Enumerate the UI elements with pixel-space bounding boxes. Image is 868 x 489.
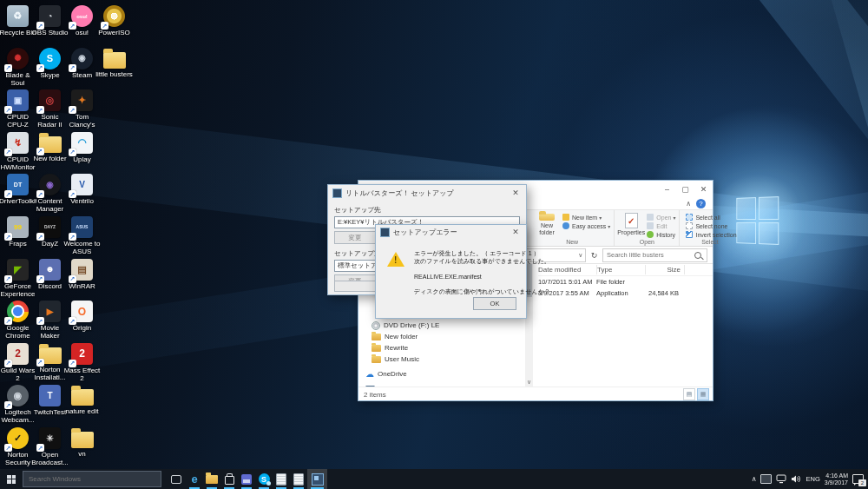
icon-glyph: 2 [15, 348, 21, 359]
column-type[interactable]: Type [597, 265, 646, 274]
desktop-icon-norton-security[interactable]: ✓↗Norton Security [2, 427, 34, 466]
taskbar-edge[interactable]: e [186, 469, 203, 489]
tray-overflow-icon[interactable]: ∧ [752, 475, 757, 483]
table-row[interactable]: 3/9/2017 3:55 AMApplication24,584 KB [538, 287, 713, 299]
desktop-icon-open-broadcast[interactable]: ✳↗Open Broadcast... [34, 427, 66, 466]
maximize-button[interactable]: ▢ [676, 182, 694, 196]
properties-button[interactable]: ✓ Properties [618, 212, 644, 236]
tray-app-icon[interactable] [760, 474, 772, 484]
desktop-icon-tom-clancy-s-the-division[interactable]: ✦↗Tom Clancy's The Division [66, 89, 98, 129]
desktop-icon-content-manager-as[interactable]: ◉↗Content Manager As... [34, 174, 66, 214]
desktop-icon-norton-installati[interactable]: ↗Norton Installati... [34, 343, 66, 381]
nav-item-this-pc[interactable]: This PC [358, 383, 525, 387]
desktop-icon-steam[interactable]: ◉↗Steam [66, 48, 98, 79]
desktop-icon-skype[interactable]: S↗Skype [34, 48, 66, 79]
edit-button[interactable]: Edit [647, 222, 675, 229]
search-icon[interactable] [694, 252, 701, 259]
desktop-icon-dayz[interactable]: DAYZ↗DayZ [34, 216, 66, 248]
thumbnail-view-button[interactable]: ▦ [697, 388, 709, 400]
desktop-icon-recycle-bin[interactable]: ♻Recycle Bin [2, 5, 34, 36]
desktop-icon-discord[interactable]: ☻↗Discord [34, 259, 66, 290]
error-message: エラーが発生しました。（ エラーコード 1 ） 次のファイルを読み取る事ができま… [414, 249, 550, 265]
clock[interactable]: 4:16 AM 3/9/2017 [825, 472, 848, 486]
desktop-icon-label: Uplay [63, 155, 101, 163]
refresh-icon[interactable]: ↻ [589, 251, 600, 260]
taskbar-file-explorer[interactable] [203, 469, 220, 489]
new-folder-button[interactable]: New folder [534, 212, 560, 236]
desktop-icon-blade-soul[interactable]: ✺↗Blade & Soul [2, 48, 34, 87]
taskbar-edge-icon: e [191, 472, 197, 486]
desktop-icon-twitchtest[interactable]: TTwitchTest [34, 385, 66, 416]
desktop-icon-ventrilo[interactable]: V↗Ventrilo [66, 174, 98, 205]
desktop-icon-origin[interactable]: O↗Origin [66, 301, 98, 332]
taskbar-app-tile[interactable] [238, 469, 255, 489]
taskbar-store[interactable] [220, 469, 238, 489]
desktop-icon-cpuid-hwmonitor[interactable]: ↯↗CPUID HWMonitor [2, 132, 34, 171]
select-all-button[interactable]: Select all [686, 214, 736, 221]
close-icon[interactable]: ✕ [510, 188, 522, 197]
desktop-icon-mass-effect-2[interactable]: 2↗Mass Effect 2 [66, 343, 98, 382]
desktop-icon-guild-wars-2[interactable]: 2↗Guild Wars 2 [2, 343, 34, 382]
desktop-icon-fraps[interactable]: 99↗Fraps [2, 216, 34, 248]
taskbar-skype[interactable]: S [255, 469, 273, 489]
desktop-icon-geforce-experience[interactable]: ◤↗GeForce Experience [2, 259, 34, 298]
taskbar-app-doc-2[interactable] [290, 469, 307, 489]
action-center-button[interactable]: 2 [852, 473, 865, 486]
desktop-icon-label: Tom Clancy's The Division [63, 113, 101, 129]
desktop-icon-little-busters[interactable]: little busters [98, 48, 130, 78]
desktop-icon-nature-edit[interactable]: nature edit [66, 385, 98, 415]
desktop-icon-obs-studio[interactable]: ◔↗OBS Studio [34, 5, 66, 36]
desktop-icon-osu[interactable]: osu!↗osu! [66, 5, 98, 36]
easy-access-button[interactable]: Easy access ▾ [562, 222, 610, 229]
nav-item-user-music[interactable]: User Music [358, 354, 525, 365]
nav-item-onedrive[interactable]: ☁OneDrive [358, 368, 525, 380]
desktop-icon-drivertoolkit[interactable]: DT↗DriverToolkit [2, 174, 34, 205]
scroll-down-icon[interactable]: ∨ [525, 378, 533, 387]
language-indicator[interactable]: ENG [806, 475, 819, 483]
select-none-button[interactable]: Select none [686, 222, 736, 229]
new-folder-label: New folder [534, 222, 560, 236]
taskbar-search-input[interactable] [23, 475, 161, 483]
desktop-icon-vn[interactable]: vn [66, 427, 98, 458]
desktop-icon-winrar[interactable]: ▤↗WinRAR [66, 259, 98, 290]
minimize-button[interactable]: – [658, 182, 676, 196]
ribbon-collapse-icon[interactable]: ∧ [686, 200, 691, 208]
search-input[interactable] [603, 251, 694, 259]
taskbar-setup-app[interactable] [307, 469, 327, 489]
close-button[interactable]: ✕ [694, 182, 713, 196]
invert-selection-button[interactable]: Invert selection [686, 231, 736, 238]
desktop-icon-new-folder[interactable]: ↗New folder [34, 132, 66, 162]
icon-glyph: O [78, 307, 86, 317]
taskbar-app-doc-1[interactable] [273, 469, 290, 489]
desktop-icon-logitech-webcam[interactable]: ◉↗Logitech Webcam... [2, 385, 34, 424]
new-item-button[interactable]: New item ▾ [562, 214, 610, 221]
nav-item-dvd-drive-f-le[interactable]: DVD Drive (F:) LE [358, 320, 525, 331]
close-icon[interactable]: ✕ [510, 228, 522, 236]
details-view-button[interactable]: ▤ [683, 388, 695, 400]
desktop-icon-google-chrome[interactable]: ↗Google Chrome [2, 301, 34, 340]
task-view-button[interactable] [167, 469, 186, 489]
poweriso-icon: ↗ [103, 5, 125, 27]
desktop-icon-uplay[interactable]: ◠↗Uplay [66, 132, 98, 163]
desktop-icon-cpuid-cpu-z[interactable]: ▣↗CPUID CPU-Z [2, 89, 34, 129]
network-icon[interactable] [776, 474, 786, 484]
history-button[interactable]: History [647, 231, 675, 238]
open-button[interactable]: Open ▾ [647, 214, 675, 221]
table-row[interactable]: 10/7/2011 5:01 AMFile folder [538, 276, 713, 287]
change-dest-button[interactable]: 変更 [334, 231, 376, 244]
nav-item-rewrite[interactable]: Rewrite [358, 342, 525, 354]
ok-button[interactable]: OK [473, 297, 516, 310]
chevron-down-icon[interactable]: ∨ [578, 252, 582, 259]
volume-icon[interactable] [791, 474, 801, 484]
desktop-icon-poweriso[interactable]: ↗PowerISO [98, 5, 130, 36]
column-date-modified[interactable]: Date modified [538, 265, 597, 274]
icon-glyph: ASUS [76, 225, 89, 229]
start-button[interactable] [0, 469, 23, 489]
column-size[interactable]: Size [646, 265, 685, 274]
desktop-icon-welcome-to-asus-prod[interactable]: ASUS↗Welcome to ASUS Prod... [66, 216, 98, 256]
shortcut-arrow-icon: ↗ [4, 444, 12, 452]
desktop-icon-movie-maker[interactable]: ▶↗Movie Maker [34, 301, 66, 340]
nav-item-new-folder[interactable]: New folder [358, 331, 525, 342]
help-button[interactable]: ? [696, 199, 706, 208]
desktop-icon-sonic-radar-ii[interactable]: ◎↗Sonic Radar II [34, 89, 66, 129]
